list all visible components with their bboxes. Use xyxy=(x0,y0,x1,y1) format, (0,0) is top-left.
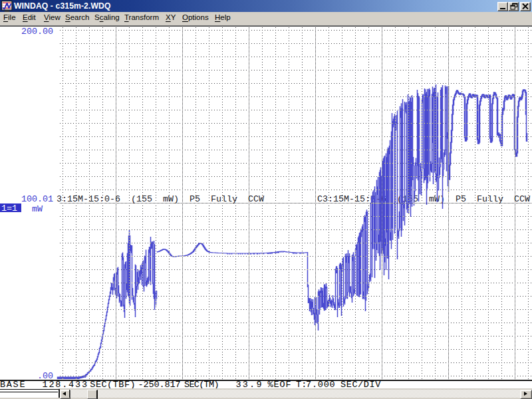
svg-text:200.00: 200.00 xyxy=(21,27,53,37)
svg-text:3:15M-15:0-6 (155 mW) P5 F: 3:15M-15:0-6 (155 mW) P5 Fully CCW xyxy=(57,194,264,204)
svg-text:1=1: 1=1 xyxy=(1,203,17,213)
svg-text:C3:15M-15:0-6 (155 mW) P5: C3:15M-15:0-6 (155 mW) P5 Fully CCW xyxy=(317,194,530,204)
svg-text:mW: mW xyxy=(32,204,43,214)
svg-text:.00: .00 xyxy=(37,371,53,380)
svg-text:100.01: 100.01 xyxy=(21,194,53,204)
